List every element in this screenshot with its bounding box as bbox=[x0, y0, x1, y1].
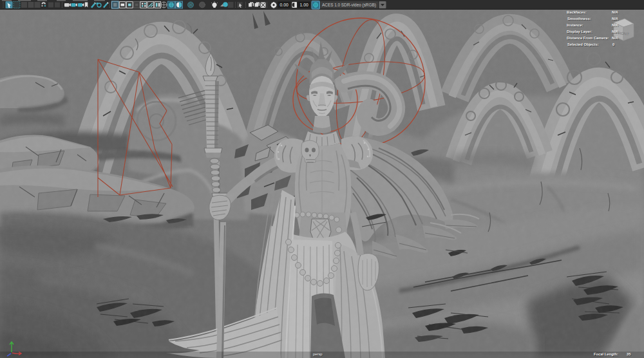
svg-text:1.00: 1.00 bbox=[300, 3, 308, 7]
svg-text:ACES 1.0 SDR-video (sRGB): ACES 1.0 SDR-video (sRGB) bbox=[322, 3, 376, 8]
svg-text:0.00: 0.00 bbox=[280, 3, 289, 7]
